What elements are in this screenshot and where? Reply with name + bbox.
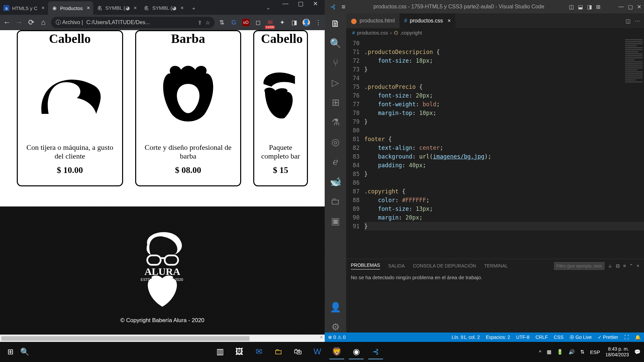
tab-symbl-2[interactable]: 名 SYMBL (◕ × bbox=[140, 1, 187, 15]
chevron-up-icon[interactable]: ⌃ bbox=[629, 263, 633, 268]
search-icon[interactable]: 🔍 bbox=[330, 38, 341, 49]
close-icon[interactable]: × bbox=[637, 263, 639, 268]
taskview-icon[interactable]: ▥ bbox=[213, 345, 227, 359]
filter-input[interactable] bbox=[554, 262, 604, 270]
edge-icon[interactable]: ℯ bbox=[333, 156, 338, 167]
layout-icon[interactable]: ⊞ bbox=[596, 4, 600, 10]
minimize-icon[interactable]: — bbox=[282, 0, 288, 7]
taskbar-search-icon[interactable]: 🔍 bbox=[17, 348, 32, 356]
collapse-icon[interactable]: ⊟ bbox=[616, 263, 620, 268]
translate-icon[interactable]: G bbox=[230, 19, 237, 26]
outlook-icon[interactable]: ✉ bbox=[252, 345, 266, 359]
status-spaces[interactable]: Espacios: 2 bbox=[486, 335, 510, 340]
hamburger-icon[interactable]: ≡ bbox=[338, 3, 349, 11]
panel-tab-problemas[interactable]: PROBLEMAS bbox=[351, 262, 380, 269]
word-icon[interactable]: W bbox=[310, 345, 325, 359]
profile-avatar[interactable]: 👤 bbox=[303, 19, 310, 26]
code-content[interactable]: .productoDescripcion { font-size: 18px; … bbox=[364, 38, 644, 259]
close-icon[interactable]: × bbox=[42, 5, 45, 11]
tab-productos-html[interactable]: ⬤ productos.html bbox=[346, 13, 399, 28]
docker-icon[interactable]: 🐋 bbox=[330, 176, 341, 187]
filter-icon[interactable]: ⫝ bbox=[608, 263, 612, 268]
bell-icon[interactable]: 🔔 bbox=[635, 335, 641, 340]
minimize-icon[interactable]: — bbox=[619, 4, 624, 10]
folder-icon[interactable]: 🗀 bbox=[331, 196, 340, 207]
account-icon[interactable]: 👤 bbox=[330, 302, 341, 313]
tab-html5[interactable]: a HTML5 y C × bbox=[0, 1, 48, 15]
extension-icon[interactable]: ◻ bbox=[254, 19, 262, 26]
forward-icon[interactable]: → bbox=[15, 18, 23, 27]
maximize-icon[interactable]: ▢ bbox=[298, 0, 304, 7]
layout-icon[interactable]: ◫ bbox=[569, 4, 574, 10]
status-errors[interactable]: ⊗ 0 ⚠ 0 bbox=[328, 335, 345, 340]
source-control-icon[interactable]: ⑂ bbox=[333, 58, 338, 68]
split-icon[interactable]: ◫ bbox=[626, 18, 631, 24]
layout-icon[interactable]: ◨ bbox=[587, 4, 592, 10]
close-icon[interactable]: × bbox=[180, 5, 183, 11]
more-icon[interactable]: ⋯ bbox=[635, 18, 640, 24]
notifications-icon[interactable]: 💬 bbox=[634, 349, 641, 355]
sidepanel-icon[interactable]: ◨ bbox=[290, 19, 298, 26]
maximize-icon[interactable]: ▢ bbox=[628, 4, 633, 10]
status-eol[interactable]: CRLF bbox=[535, 335, 548, 340]
scrollbar-thumb[interactable] bbox=[1, 336, 250, 341]
start-button[interactable]: ⊞ bbox=[3, 348, 17, 356]
extensions-icon[interactable]: ✦ bbox=[278, 19, 286, 26]
list-icon[interactable]: ≡ bbox=[623, 263, 626, 268]
panel-tab-consola[interactable]: CONSOLA DE DEPURACIÓN bbox=[413, 263, 476, 268]
status-lang[interactable]: CSS bbox=[554, 335, 564, 340]
panel-tab-terminal[interactable]: TERMINAL bbox=[484, 263, 508, 268]
chevron-down-icon[interactable]: ⌄ bbox=[261, 4, 276, 15]
battery-icon[interactable]: 🔋 bbox=[557, 349, 563, 355]
breadcrumb-item[interactable]: .copyright bbox=[400, 30, 422, 36]
tab-productos-css[interactable]: # productos.css × bbox=[399, 13, 455, 28]
explorer-icon[interactable]: 🗎 bbox=[331, 18, 340, 29]
close-icon[interactable]: × bbox=[134, 5, 137, 11]
reload-icon[interactable]: ⟳ bbox=[27, 18, 36, 27]
status-prettier[interactable]: ✓ Prettier bbox=[598, 335, 618, 340]
code-editor[interactable]: 70 71 72 73 74 75 76 77 78 79 80 81 82 8… bbox=[346, 38, 644, 259]
address-bar[interactable]: ⓘ Archivo | C:/Users/LATITUDE/Des... ⇪ ☆ bbox=[51, 17, 215, 28]
taskbar-clock[interactable]: 8:43 p. m. 18/04/2023 bbox=[605, 346, 629, 358]
home-icon[interactable]: ⌂ bbox=[39, 18, 48, 27]
back-icon[interactable]: ← bbox=[3, 18, 11, 27]
tray-icon[interactable]: ▦ bbox=[547, 349, 551, 355]
breadcrumb-item[interactable]: productos.css bbox=[357, 30, 388, 36]
brave-icon[interactable]: 🦁 bbox=[329, 345, 344, 359]
close-icon[interactable]: ✕ bbox=[637, 4, 641, 10]
volume-icon[interactable]: 🔊 bbox=[569, 349, 575, 355]
panel-tab-salida[interactable]: SALIDA bbox=[388, 263, 405, 268]
app-icon[interactable]: 🖼 bbox=[232, 345, 247, 359]
menu-icon[interactable]: ⋮ bbox=[315, 19, 322, 26]
live-share-icon[interactable]: ◎ bbox=[331, 136, 339, 147]
tab-symbl-1[interactable]: 名 SYMBL (◕ × bbox=[93, 1, 140, 15]
feedback-icon[interactable]: ⛶ bbox=[624, 335, 629, 340]
star-icon[interactable]: ☆ bbox=[205, 19, 210, 26]
scroll-up-icon[interactable]: ^ bbox=[318, 336, 325, 342]
close-icon[interactable]: ✕ bbox=[313, 0, 318, 7]
new-tab-button[interactable]: + bbox=[187, 1, 201, 15]
accessibility-icon[interactable]: ⇅ bbox=[218, 19, 225, 26]
extensions-icon[interactable]: ⊞ bbox=[332, 97, 339, 108]
vscode-icon[interactable]: ⊰ bbox=[368, 345, 383, 359]
terminal-icon[interactable]: ▣ bbox=[331, 216, 340, 227]
language-indicator[interactable]: ESP bbox=[590, 349, 600, 355]
minimap[interactable] bbox=[625, 38, 643, 112]
status-encoding[interactable]: UTF-8 bbox=[516, 335, 530, 340]
close-icon[interactable]: × bbox=[87, 5, 90, 11]
close-icon[interactable]: × bbox=[448, 18, 451, 24]
tab-productos[interactable]: ◉ Productos × bbox=[48, 1, 93, 15]
wifi-icon[interactable]: ⇅ bbox=[580, 349, 585, 355]
store-icon[interactable]: 🛍 bbox=[290, 345, 305, 359]
ublock-icon[interactable]: uO bbox=[242, 19, 250, 26]
status-golive[interactable]: ⦿ Go Live bbox=[570, 335, 592, 340]
horizontal-scrollbar[interactable]: ^ bbox=[0, 335, 325, 342]
breadcrumb[interactable]: # productos.css › ⌬ .copyright bbox=[346, 28, 644, 38]
run-debug-icon[interactable]: ▷ bbox=[332, 77, 339, 88]
chrome-icon[interactable]: ◉ bbox=[349, 345, 364, 359]
testing-icon[interactable]: ⚗ bbox=[331, 117, 340, 128]
mail-icon[interactable]: ✉ bbox=[266, 19, 274, 26]
share-icon[interactable]: ⇪ bbox=[198, 19, 202, 26]
explorer-icon[interactable]: 🗀 bbox=[271, 345, 286, 359]
layout-icon[interactable]: ⬓ bbox=[578, 4, 583, 10]
